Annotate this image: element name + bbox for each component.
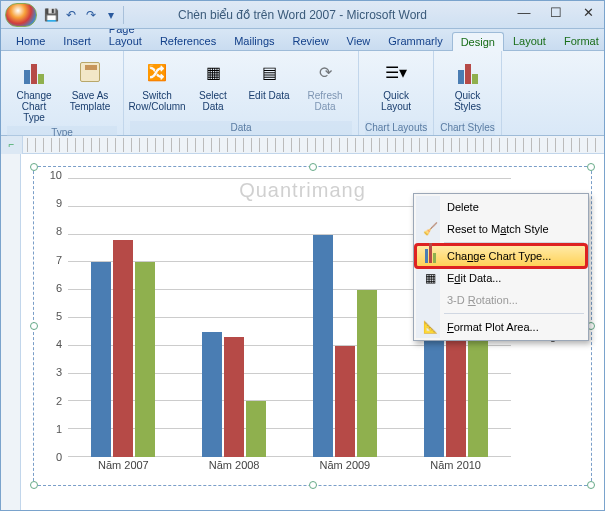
y-tick-label: 5 [56, 310, 62, 322]
maximize-button[interactable]: ☐ [540, 1, 572, 23]
edit-data-icon: ▤ [253, 56, 285, 88]
x-tick-label: Năm 2010 [400, 459, 511, 481]
refresh-icon: ⟳ [309, 56, 341, 88]
group-data: 🔀 Switch Row/Column ▦ Select Data ▤ Edit… [124, 51, 359, 135]
menu-change-chart-type-label: Change Chart Type... [447, 250, 551, 262]
titlebar: 💾 ↶ ↷ ▾ Chèn biểu đồ trên Word 2007 - Mi… [1, 1, 604, 29]
horizontal-ruler: ⌐ [1, 136, 604, 154]
bar[interactable] [246, 401, 266, 457]
change-chart-type-button[interactable]: Change Chart Type [7, 53, 61, 126]
tab-insert[interactable]: Insert [54, 31, 100, 50]
category-group [179, 179, 290, 457]
ribbon: Change Chart Type Save As Template Type … [1, 51, 604, 136]
quick-styles-button[interactable]: Quick Styles [441, 53, 495, 115]
bar[interactable] [135, 262, 155, 457]
refresh-data-button[interactable]: ⟳ Refresh Data [298, 53, 352, 115]
menu-edit-data[interactable]: ▦ Edit Data... [416, 267, 586, 289]
bar[interactable] [91, 262, 111, 457]
x-tick-label: Năm 2009 [290, 459, 401, 481]
group-chart-layouts: ☰▾ Quick Layout Chart Layouts [359, 51, 434, 135]
ruler-corner: ⌐ [1, 136, 23, 154]
bar[interactable] [202, 332, 222, 457]
y-tick-label: 6 [56, 282, 62, 294]
group-chart-styles-label: Chart Styles [440, 121, 494, 135]
window-controls: — ☐ ✕ [508, 1, 604, 23]
menu-change-chart-type[interactable]: Change Chart Type... [416, 245, 586, 267]
menu-reset-label: Reset to Match Style [447, 223, 549, 235]
y-tick-label: 4 [56, 338, 62, 350]
tab-review[interactable]: Review [284, 31, 338, 50]
bar[interactable] [335, 346, 355, 457]
rotation-icon [421, 291, 439, 309]
menu-delete[interactable]: Delete [416, 196, 586, 218]
close-button[interactable]: ✕ [572, 1, 604, 23]
save-icon[interactable]: 💾 [43, 7, 59, 23]
y-tick-label: 1 [56, 423, 62, 435]
y-tick-label: 2 [56, 395, 62, 407]
menu-format-plot-area[interactable]: 📐 Format Plot Area... [416, 316, 586, 338]
y-tick-label: 3 [56, 366, 62, 378]
separator [123, 6, 124, 24]
spreadsheet-icon: ▦ [421, 269, 439, 287]
group-chart-layouts-label: Chart Layouts [365, 121, 427, 135]
bar[interactable] [468, 337, 488, 457]
office-button[interactable] [5, 3, 37, 27]
ribbon-tabs: Home Insert Page Layout References Maili… [1, 29, 604, 51]
window-title: Chèn biểu đồ trên Word 2007 - Microsoft … [178, 8, 427, 22]
group-type: Change Chart Type Save As Template Type [1, 51, 124, 135]
switch-row-column-button[interactable]: 🔀 Switch Row/Column [130, 53, 184, 115]
menu-reset-style[interactable]: 🧹 Reset to Match Style [416, 218, 586, 240]
tab-references[interactable]: References [151, 31, 225, 50]
tab-layout[interactable]: Layout [504, 31, 555, 50]
menu-3d-rotation: 3-D Rotation... [416, 289, 586, 311]
menu-separator [444, 313, 584, 314]
refresh-data-label: Refresh Data [301, 90, 349, 112]
save-as-template-label: Save As Template [66, 90, 114, 112]
select-data-button[interactable]: ▦ Select Data [186, 53, 240, 115]
tab-grammarly[interactable]: Grammarly [379, 31, 451, 50]
tab-format[interactable]: Format [555, 31, 605, 50]
ruler-scale[interactable] [27, 138, 600, 152]
group-chart-styles: Quick Styles Chart Styles [434, 51, 501, 135]
category-group [68, 179, 179, 457]
bar[interactable] [113, 240, 133, 457]
qat-dropdown-icon[interactable]: ▾ [103, 7, 119, 23]
vertical-ruler[interactable] [1, 154, 21, 510]
redo-icon[interactable]: ↷ [83, 7, 99, 23]
undo-icon[interactable]: ↶ [63, 7, 79, 23]
quick-styles-icon [452, 56, 484, 88]
tab-mailings[interactable]: Mailings [225, 31, 283, 50]
tab-design[interactable]: Design [452, 32, 504, 51]
edit-data-button[interactable]: ▤ Edit Data [242, 53, 296, 104]
save-as-template-button[interactable]: Save As Template [63, 53, 117, 115]
menu-3d-rotation-label: 3-D Rotation... [447, 294, 518, 306]
bar[interactable] [224, 337, 244, 457]
edit-data-label: Edit Data [248, 90, 289, 101]
format-icon: 📐 [421, 318, 439, 336]
tab-home[interactable]: Home [7, 31, 54, 50]
chart-type-icon [18, 56, 50, 88]
switch-label: Switch Row/Column [128, 90, 185, 112]
select-data-label: Select Data [189, 90, 237, 112]
minimize-button[interactable]: — [508, 1, 540, 23]
template-icon [74, 56, 106, 88]
quick-layout-icon: ☰▾ [380, 56, 412, 88]
y-axis: 012345678910 [44, 175, 66, 457]
select-data-icon: ▦ [197, 56, 229, 88]
x-tick-label: Năm 2007 [68, 459, 179, 481]
switch-icon: 🔀 [141, 56, 173, 88]
bar[interactable] [357, 290, 377, 457]
menu-separator [444, 242, 584, 243]
menu-edit-data-label: Edit Data... [447, 272, 501, 284]
quick-layout-button[interactable]: ☰▾ Quick Layout [369, 53, 423, 115]
menu-format-label: Format Plot Area... [447, 321, 539, 333]
x-tick-label: Năm 2008 [179, 459, 290, 481]
y-tick-label: 9 [56, 197, 62, 209]
y-tick-label: 7 [56, 254, 62, 266]
y-tick-label: 10 [50, 169, 62, 181]
x-axis: Năm 2007Năm 2008Năm 2009Năm 2010 [68, 459, 511, 481]
y-tick-label: 8 [56, 225, 62, 237]
bar[interactable] [313, 235, 333, 457]
tab-view[interactable]: View [338, 31, 380, 50]
reset-icon: 🧹 [421, 220, 439, 238]
